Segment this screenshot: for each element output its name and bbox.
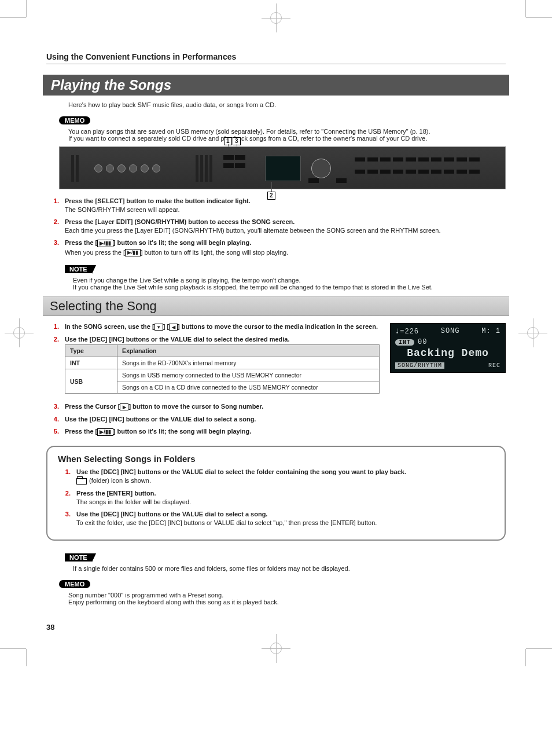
lcd-song-title: Backing Demo bbox=[395, 347, 501, 359]
step-title: Press the Cursor [▶] button to move the … bbox=[65, 403, 506, 410]
panel-figure: 1 3 2 bbox=[59, 146, 506, 189]
table-cell-type: USB bbox=[65, 369, 117, 394]
cursor-left-icon: ◀ bbox=[169, 324, 178, 331]
note-badge: NOTE bbox=[65, 553, 92, 562]
step-list-2b: 3. Press the Cursor [▶] button to move t… bbox=[46, 403, 506, 438]
memo-line: If you want to connect a separately sold… bbox=[68, 135, 506, 142]
cursor-right-icon: ▶ bbox=[120, 403, 128, 410]
step-number: 3. bbox=[58, 511, 71, 528]
step-title: Use the [DEC] [INC] buttons or the VALUE… bbox=[65, 416, 506, 423]
folder-box: When Selecting Songs in Folders 1. Use t… bbox=[46, 446, 506, 541]
folder-box-heading: When Selecting Songs in Folders bbox=[58, 454, 494, 464]
step-title: Press the [SELECT] button to make the bu… bbox=[65, 197, 506, 204]
table-header-type: Type bbox=[65, 345, 117, 357]
step-item: 2. Use the [DEC] [INC] buttons or the VA… bbox=[46, 336, 380, 398]
memo-badge: MEMO bbox=[59, 116, 90, 124]
memo-line: Enjoy performing on the keyboard along w… bbox=[68, 599, 506, 605]
step-item: 4. Use the [DEC] [INC] buttons or the VA… bbox=[46, 416, 506, 424]
table-row: INT Songs in the RD-700NX's internal mem… bbox=[65, 357, 380, 369]
step-desc: The songs in the folder will be displaye… bbox=[76, 498, 494, 505]
step-number: 1. bbox=[58, 468, 71, 486]
memo-line: Song number "000" is programmed with a P… bbox=[68, 592, 506, 599]
step-list-1: 1. Press the [SELECT] button to make the… bbox=[46, 197, 506, 258]
step-title: Press the [▶/▮▮] button so it's lit; the… bbox=[65, 428, 506, 436]
breadcrumb: Using the Convenient Functions in Perfor… bbox=[46, 52, 506, 64]
step-item: 2. Press the [ENTER] button. The songs i… bbox=[58, 490, 494, 507]
step-title: Use the [DEC] [INC] buttons or the VALUE… bbox=[76, 511, 494, 518]
note-line: Even if you change the Live Set while a … bbox=[73, 277, 506, 284]
step-title: Press the [ENTER] button. bbox=[76, 490, 494, 497]
note-line: If a single folder contains 500 or more … bbox=[73, 565, 506, 572]
play-stop-icon: ▶/▮▮ bbox=[97, 240, 113, 247]
table-cell-explanation: Songs in USB memory connected to the USB… bbox=[117, 369, 380, 381]
step-item: 3. Press the Cursor [▶] button to move t… bbox=[46, 403, 506, 412]
play-stop-icon: ▶/▮▮ bbox=[97, 428, 113, 436]
step-number: 3. bbox=[46, 239, 59, 258]
table-row: USB Songs in USB memory connected to the… bbox=[65, 369, 380, 381]
step-item: 1. Use the [DEC] [INC] buttons or the VA… bbox=[58, 468, 494, 486]
step-number: 2. bbox=[58, 490, 71, 507]
table-cell-explanation: Songs in the RD-700NX's internal memory bbox=[117, 357, 380, 369]
folder-icon bbox=[76, 478, 87, 485]
section-heading: Selecting the Song bbox=[43, 296, 509, 316]
lcd-measure: M: 1 bbox=[481, 327, 501, 336]
step-item: 1. Press the [SELECT] button to make the… bbox=[46, 197, 506, 215]
step-desc: Each time you press the [Layer EDIT] (SO… bbox=[65, 227, 506, 234]
table-header-explanation: Explanation bbox=[117, 345, 380, 357]
step-title: Use the [DEC] [INC] buttons or the VALUE… bbox=[65, 336, 380, 343]
step-item: 1. In the SONG screen, use the [▼] [◀] b… bbox=[46, 323, 380, 332]
step-item: 2. Press the [Layer EDIT] (SONG/RHYTHM) … bbox=[46, 218, 506, 236]
hardware-panel-illustration bbox=[59, 146, 506, 189]
step-desc: The SONG/RHYTHM screen will appear. bbox=[65, 206, 506, 213]
lcd-media-badge: INT bbox=[395, 339, 414, 346]
step-title: Use the [DEC] [INC] buttons or the VALUE… bbox=[76, 468, 494, 475]
cursor-down-icon: ▼ bbox=[154, 324, 163, 331]
step-number: 2. bbox=[46, 336, 59, 398]
note-badge: NOTE bbox=[65, 265, 92, 273]
step-title: Press the [Layer EDIT] (SONG/RHYTHM) but… bbox=[65, 218, 506, 225]
step-title: Press the [▶/▮▮] button so it's lit; the… bbox=[65, 239, 506, 247]
step-number: 1. bbox=[46, 323, 59, 332]
step-number: 2. bbox=[46, 218, 59, 236]
page-number: 38 bbox=[46, 623, 506, 632]
step-item: 3. Press the [▶/▮▮] button so it's lit; … bbox=[46, 239, 506, 258]
memo-line: You can play songs that are saved on USB… bbox=[68, 128, 506, 135]
step-item: 5. Press the [▶/▮▮] button so it's lit; … bbox=[46, 428, 506, 438]
lcd-tempo: ♩=226 bbox=[395, 327, 419, 336]
lcd-footer-left: SONG/RHYTHM bbox=[395, 362, 444, 369]
step-number: 4. bbox=[46, 416, 59, 424]
step-number: 3. bbox=[46, 403, 59, 412]
media-table: Type Explanation INT Songs in the RD-700… bbox=[65, 344, 380, 394]
table-cell-type: INT bbox=[65, 357, 117, 369]
memo-badge: MEMO bbox=[59, 580, 90, 588]
step-number: 1. bbox=[46, 197, 59, 215]
step-list-2a: 1. In the SONG screen, use the [▼] [◀] b… bbox=[46, 323, 380, 398]
note-line: If you change the Live Set while song pl… bbox=[73, 284, 506, 291]
intro-text: Here's how to play back SMF music files,… bbox=[68, 101, 506, 108]
table-cell-explanation: Songs on a CD in a CD drive connected to… bbox=[117, 381, 380, 394]
callout-2: 2 bbox=[267, 192, 275, 200]
step-desc: To exit the folder, use the [DEC] [INC] … bbox=[76, 519, 494, 526]
lcd-footer-right: REC bbox=[488, 362, 501, 369]
lcd-screenshot: ♩=226 SONG M: 1 INT 00 Backing Demo SONG… bbox=[390, 323, 506, 373]
step-item: 3. Use the [DEC] [INC] buttons or the VA… bbox=[58, 511, 494, 528]
step-desc: (folder) icon is shown. bbox=[76, 477, 494, 485]
play-stop-icon: ▶/▮▮ bbox=[125, 249, 141, 256]
lcd-mode: SONG bbox=[441, 327, 460, 336]
step-title: In the SONG screen, use the [▼] [◀] butt… bbox=[65, 323, 380, 331]
page-title: Playing the Songs bbox=[43, 75, 509, 96]
lcd-song-number: 00 bbox=[418, 338, 427, 346]
step-desc: When you press the [▶/▮▮] button to turn… bbox=[65, 249, 506, 257]
step-number: 5. bbox=[46, 428, 59, 438]
